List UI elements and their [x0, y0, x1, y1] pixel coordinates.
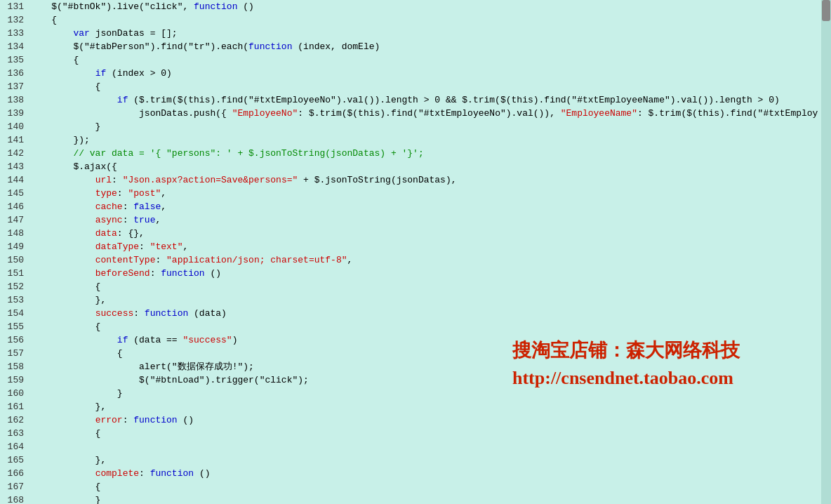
line-number: 137: [0, 80, 29, 93]
token-plain: ): [232, 335, 238, 345]
line-number: 149: [0, 240, 29, 253]
token-plain: alert("数据保存成功!");: [29, 362, 254, 372]
line-content: jsonDatas.push({ "EmployeeNo": $.trim($(…: [29, 107, 818, 120]
line-number: 163: [0, 427, 29, 440]
token-prop: url: [95, 175, 112, 185]
token-kw: function: [145, 308, 188, 319]
line-content: if ($.trim($(this).find("#txtEmployeeNo"…: [29, 93, 780, 107]
code-content: 131 $("#btnOk").live("click", function (…: [0, 0, 831, 504]
line-number: 147: [0, 213, 29, 227]
token-plain: [29, 268, 95, 279]
table-row: 142 // var data = '{ "persons": ' + $.js…: [0, 147, 831, 160]
token-prop: success: [95, 308, 134, 319]
line-content: {: [29, 320, 100, 333]
token-plain: :: [155, 255, 166, 265]
token-plain: :: [117, 188, 128, 199]
line-number: 132: [0, 13, 29, 27]
token-plain: $("#btnOk").live("click",: [29, 1, 194, 12]
line-content: }: [29, 387, 123, 400]
token-plain: [29, 175, 95, 185]
token-plain: :: [133, 308, 145, 319]
line-number: 151: [0, 267, 29, 280]
code-editor: 131 $("#btnOk").live("click", function (…: [0, 0, 831, 504]
line-content: {: [29, 347, 123, 360]
token-plain: {: [29, 55, 79, 65]
line-content: contentType: "application/json; charset=…: [29, 253, 352, 267]
table-row: 168 }: [0, 493, 831, 504]
line-number: 140: [0, 120, 29, 133]
line-content: }: [29, 493, 100, 504]
line-number: 146: [0, 200, 29, 213]
line-number: 136: [0, 67, 29, 80]
token-prop: data: [95, 228, 117, 239]
table-row: 166 complete: function (): [0, 467, 831, 480]
line-content: $("#btnOk").live("click", function (): [29, 0, 254, 13]
line-content: cache: false,: [29, 200, 166, 213]
token-plain: : $.trim($(this).find("#txtEmploy: [637, 108, 818, 119]
line-content: complete: function (): [29, 467, 210, 480]
table-row: 158 alert("数据保存成功!");: [0, 360, 831, 373]
table-row: 143 $.ajax({: [0, 160, 831, 173]
line-content: });: [29, 133, 90, 147]
table-row: 161 },: [0, 400, 831, 413]
line-number: 135: [0, 53, 29, 67]
token-plain: $("#btnLoad").trigger("click");: [29, 375, 309, 385]
token-kw: function: [248, 41, 292, 52]
token-plain: (): [205, 268, 221, 279]
token-plain: [29, 68, 95, 79]
token-plain: }: [29, 388, 123, 399]
line-number: 143: [0, 160, 29, 173]
line-number: 144: [0, 173, 29, 187]
token-plain: [29, 468, 95, 479]
table-row: 136 if (index > 0): [0, 67, 831, 80]
token-plain: ,: [155, 215, 161, 225]
token-kw: function: [133, 415, 177, 425]
table-row: 148 data: {},: [0, 227, 831, 240]
line-content: dataType: "text",: [29, 240, 188, 253]
table-row: 149 dataType: "text",: [0, 240, 831, 253]
token-kw: var: [73, 28, 89, 39]
line-number: 162: [0, 413, 29, 427]
token-plain: :: [150, 268, 161, 279]
token-plain: {: [29, 428, 100, 439]
table-row: 138 if ($.trim($(this).find("#txtEmploye…: [0, 93, 831, 107]
line-number: 166: [0, 467, 29, 480]
line-number: 164: [0, 440, 29, 453]
line-content: if (data == "success"): [29, 333, 237, 347]
line-content: },: [29, 453, 106, 467]
table-row: 153 },: [0, 293, 831, 307]
token-plain: },: [29, 402, 106, 412]
table-row: 162 error: function (): [0, 413, 831, 427]
token-plain: {: [29, 81, 100, 92]
token-plain: [29, 188, 95, 199]
token-plain: },: [29, 295, 106, 305]
scrollbar[interactable]: [821, 0, 831, 504]
token-plain: [29, 95, 117, 105]
token-plain: $("#tabPerson").find("tr").each(: [29, 41, 248, 52]
token-kw: false: [133, 201, 161, 212]
token-prop: type: [95, 188, 117, 199]
token-plain: }: [29, 121, 100, 132]
table-row: 164: [0, 440, 831, 453]
line-content: // var data = '{ "persons": ' + $.jsonTo…: [29, 147, 424, 160]
scrollbar-thumb[interactable]: [822, 0, 830, 21]
table-row: 147 async: true,: [0, 213, 831, 227]
token-prop: complete: [95, 468, 139, 479]
table-row: 152 {: [0, 280, 831, 293]
line-number: 165: [0, 453, 29, 467]
line-number: 159: [0, 373, 29, 387]
token-kw: function: [194, 1, 237, 12]
table-row: 146 cache: false,: [0, 200, 831, 213]
line-content: {: [29, 427, 100, 440]
token-plain: [29, 28, 73, 39]
line-content: if (index > 0): [29, 67, 172, 80]
token-prop: dataType: [95, 241, 139, 252]
line-number: 154: [0, 307, 29, 320]
token-plain: [29, 415, 95, 425]
line-number: 148: [0, 227, 29, 240]
line-content: $.ajax({: [29, 160, 117, 173]
table-row: 167 {: [0, 480, 831, 493]
token-plain: :: [139, 241, 150, 252]
line-number: 150: [0, 253, 29, 267]
token-prop: error: [95, 415, 123, 425]
